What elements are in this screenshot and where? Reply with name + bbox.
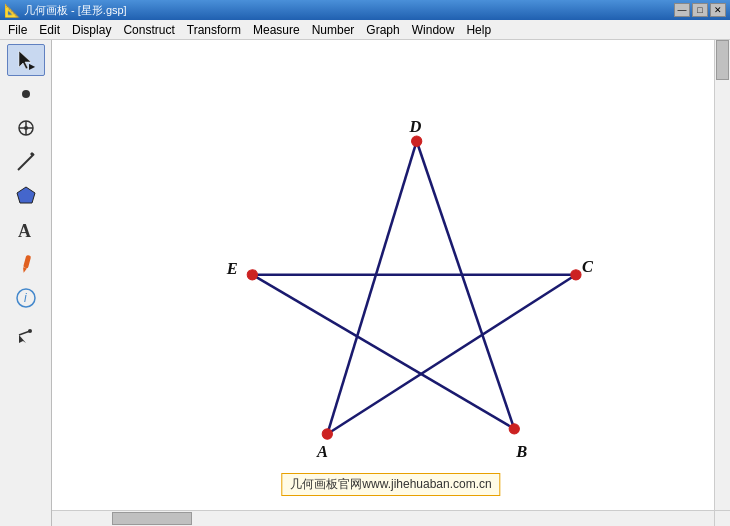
svg-point-26 (412, 136, 422, 146)
close-button[interactable]: ✕ (710, 3, 726, 17)
text-icon: A (15, 219, 37, 241)
star-diagram: A B C D E (52, 40, 730, 526)
svg-text:▶: ▶ (29, 62, 36, 71)
maximize-button[interactable]: □ (692, 3, 708, 17)
svg-rect-11 (23, 255, 31, 269)
svg-point-24 (509, 424, 519, 434)
canvas-area[interactable]: A B C D E 几何画板官网www.jihehuaban.com.cn (52, 40, 730, 526)
menu-bar: File Edit Display Construct Transform Me… (0, 20, 730, 40)
point-tool[interactable] (7, 78, 45, 110)
svg-marker-15 (19, 335, 26, 343)
watermark-text: 几何画板官网www.jihehuaban.com.cn (290, 477, 491, 491)
line-tool[interactable] (7, 146, 45, 178)
menu-construct[interactable]: Construct (117, 22, 180, 38)
svg-text:C: C (582, 257, 594, 276)
title-bar-left: 📐 几何画板 - [星形.gsp] (4, 3, 127, 18)
svg-point-27 (247, 270, 257, 280)
toolbar: ▶ (0, 40, 52, 526)
polygon-icon (15, 185, 37, 207)
svg-text:B: B (515, 442, 527, 461)
polygon-tool[interactable] (7, 180, 45, 212)
text-tool[interactable]: A (7, 214, 45, 246)
window-title: 几何画板 - [星形.gsp] (24, 3, 127, 18)
menu-measure[interactable]: Measure (247, 22, 306, 38)
scroll-thumb-horizontal[interactable] (112, 512, 192, 525)
svg-marker-9 (17, 187, 35, 203)
marker-tool[interactable] (7, 248, 45, 280)
app-icon: 📐 (4, 3, 20, 18)
scroll-corner (714, 510, 730, 526)
svg-point-25 (571, 270, 581, 280)
line-icon (15, 151, 37, 173)
main-area: ▶ (0, 40, 730, 526)
title-bar: 📐 几何画板 - [星形.gsp] — □ ✕ (0, 0, 730, 20)
select-icon: ▶ (15, 49, 37, 71)
hand-tool[interactable] (7, 316, 45, 348)
watermark-label: 几何画板官网www.jihehuaban.com.cn (281, 473, 500, 496)
svg-point-2 (22, 90, 30, 98)
menu-help[interactable]: Help (460, 22, 497, 38)
hand-icon (15, 321, 37, 343)
svg-text:E: E (226, 259, 238, 278)
scrollbar-vertical[interactable] (714, 40, 730, 510)
menu-display[interactable]: Display (66, 22, 117, 38)
svg-line-18 (327, 275, 576, 434)
svg-text:A: A (18, 221, 31, 241)
menu-file[interactable]: File (2, 22, 33, 38)
svg-line-19 (327, 141, 416, 434)
svg-text:i: i (24, 291, 27, 305)
menu-edit[interactable]: Edit (33, 22, 66, 38)
point-icon (15, 83, 37, 105)
minimize-button[interactable]: — (674, 3, 690, 17)
svg-point-6 (24, 126, 28, 130)
title-bar-controls[interactable]: — □ ✕ (674, 3, 726, 17)
select-tool[interactable]: ▶ (7, 44, 45, 76)
menu-graph[interactable]: Graph (360, 22, 405, 38)
scrollbar-horizontal[interactable] (52, 510, 714, 526)
info-icon: i (15, 287, 37, 309)
svg-text:D: D (408, 117, 421, 136)
svg-line-21 (252, 275, 514, 429)
svg-point-23 (322, 429, 332, 439)
menu-transform[interactable]: Transform (181, 22, 247, 38)
svg-line-20 (417, 141, 515, 429)
scroll-thumb-vertical[interactable] (716, 40, 729, 80)
marker-icon (15, 253, 37, 275)
svg-text:A: A (316, 442, 328, 461)
svg-marker-12 (21, 267, 26, 273)
svg-line-7 (18, 154, 34, 170)
svg-line-17 (19, 331, 30, 335)
compass-icon (15, 117, 37, 139)
menu-window[interactable]: Window (406, 22, 461, 38)
info-tool[interactable]: i (7, 282, 45, 314)
compass-tool[interactable] (7, 112, 45, 144)
menu-number[interactable]: Number (306, 22, 361, 38)
